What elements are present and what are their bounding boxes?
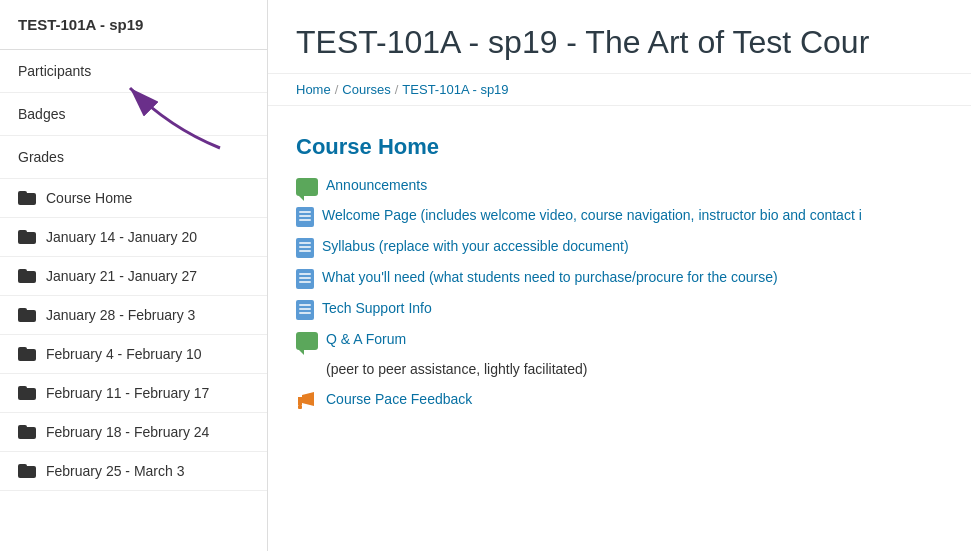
- content-area: Course Home AnnouncementsWelcome Page (i…: [268, 106, 971, 439]
- content-list: AnnouncementsWelcome Page (includes welc…: [296, 176, 943, 411]
- sidebar-folder-label-feb11-feb17: February 11 - February 17: [46, 385, 209, 401]
- sidebar-folder-label-course-home: Course Home: [46, 190, 132, 206]
- sidebar-folder-label-feb25-mar3: February 25 - March 3: [46, 463, 185, 479]
- item-link-course-pace[interactable]: Course Pace Feedback: [326, 390, 472, 410]
- sidebar-folder-jan21-jan27[interactable]: January 21 - January 27: [0, 257, 267, 296]
- sidebar-item-grades[interactable]: Grades: [0, 136, 267, 179]
- folder-icon: [18, 425, 36, 439]
- breadcrumb-course[interactable]: TEST-101A - sp19: [402, 82, 508, 97]
- section-heading: Course Home: [296, 134, 943, 160]
- sidebar-folder-course-home[interactable]: Course Home: [0, 179, 267, 218]
- content-item-course-pace: Course Pace Feedback: [296, 390, 943, 411]
- discussion-icon: [296, 178, 318, 196]
- folder-icon: [18, 347, 36, 361]
- sidebar-folder-label-feb4-feb10: February 4 - February 10: [46, 346, 202, 362]
- discussion-icon: [296, 332, 318, 350]
- sidebar-folder-label-feb18-feb24: February 18 - February 24: [46, 424, 209, 440]
- item-link-qa-forum[interactable]: Q & A Forum: [326, 330, 406, 350]
- item-link-welcome-page[interactable]: Welcome Page (includes welcome video, co…: [322, 206, 862, 226]
- page-icon: [296, 238, 314, 258]
- sidebar-title: TEST-101A - sp19: [0, 0, 267, 50]
- content-item-what-youll-need: What you'll need (what students need to …: [296, 268, 943, 289]
- content-item-peer-to-peer: (peer to peer assistance, lightly facili…: [296, 360, 943, 380]
- sidebar-folder-jan14-jan20[interactable]: January 14 - January 20: [0, 218, 267, 257]
- svg-rect-3: [298, 405, 302, 409]
- folder-icon: [18, 464, 36, 478]
- content-item-qa-forum: Q & A Forum: [296, 330, 943, 350]
- sidebar-folders: Course HomeJanuary 14 - January 20Januar…: [0, 179, 267, 491]
- content-item-tech-support: Tech Support Info: [296, 299, 943, 320]
- breadcrumb-sep-1: /: [335, 82, 339, 97]
- sidebar: TEST-101A - sp19 ParticipantsBadgesGrade…: [0, 0, 268, 551]
- announcement-icon: [296, 391, 318, 411]
- svg-marker-1: [298, 397, 302, 405]
- folder-icon: [18, 308, 36, 322]
- sidebar-folder-feb18-feb24[interactable]: February 18 - February 24: [0, 413, 267, 452]
- item-link-tech-support[interactable]: Tech Support Info: [322, 299, 432, 319]
- main-content: TEST-101A - sp19 - The Art of Test Cour …: [268, 0, 971, 551]
- breadcrumb-courses[interactable]: Courses: [342, 82, 390, 97]
- folder-icon: [18, 386, 36, 400]
- folder-icon: [18, 269, 36, 283]
- page-title: TEST-101A - sp19 - The Art of Test Cour: [296, 24, 943, 61]
- page-icon: [296, 207, 314, 227]
- sidebar-folder-feb4-feb10[interactable]: February 4 - February 10: [0, 335, 267, 374]
- page-icon: [296, 269, 314, 289]
- sidebar-item-badges[interactable]: Badges: [0, 93, 267, 136]
- folder-icon: [18, 230, 36, 244]
- sidebar-folder-jan28-feb3[interactable]: January 28 - February 3: [0, 296, 267, 335]
- sidebar-nav: ParticipantsBadgesGrades: [0, 50, 267, 179]
- sidebar-folder-feb11-feb17[interactable]: February 11 - February 17: [0, 374, 267, 413]
- item-text-peer-to-peer: (peer to peer assistance, lightly facili…: [326, 360, 587, 380]
- item-link-announcements[interactable]: Announcements: [326, 176, 427, 196]
- breadcrumb-sep-2: /: [395, 82, 399, 97]
- breadcrumb: Home / Courses / TEST-101A - sp19: [268, 74, 971, 106]
- sidebar-folder-feb25-mar3[interactable]: February 25 - March 3: [0, 452, 267, 491]
- page-icon: [296, 300, 314, 320]
- item-link-what-youll-need[interactable]: What you'll need (what students need to …: [322, 268, 778, 288]
- sidebar-folder-label-jan14-jan20: January 14 - January 20: [46, 229, 197, 245]
- page-title-bar: TEST-101A - sp19 - The Art of Test Cour: [268, 0, 971, 74]
- breadcrumb-home[interactable]: Home: [296, 82, 331, 97]
- sidebar-folder-label-jan28-feb3: January 28 - February 3: [46, 307, 195, 323]
- item-link-syllabus[interactable]: Syllabus (replace with your accessible d…: [322, 237, 629, 257]
- content-item-announcements: Announcements: [296, 176, 943, 196]
- sidebar-item-participants[interactable]: Participants: [0, 50, 267, 93]
- folder-icon: [18, 191, 36, 205]
- sidebar-folder-label-jan21-jan27: January 21 - January 27: [46, 268, 197, 284]
- content-item-syllabus: Syllabus (replace with your accessible d…: [296, 237, 943, 258]
- content-item-welcome-page: Welcome Page (includes welcome video, co…: [296, 206, 943, 227]
- svg-marker-2: [302, 392, 314, 406]
